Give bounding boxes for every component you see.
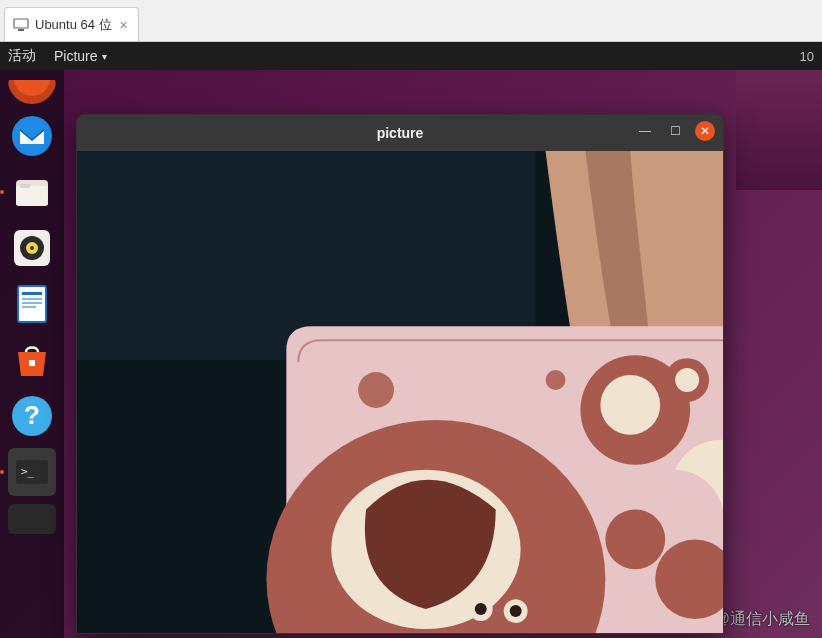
- dock-writer[interactable]: [8, 280, 56, 328]
- dock-rhythmbox[interactable]: [8, 224, 56, 272]
- dock-thunderbird[interactable]: [8, 112, 56, 160]
- shopping-bag-icon: [10, 338, 54, 382]
- svg-rect-12: [22, 298, 42, 300]
- ubuntu-desktop: 活动 Picture ▾ 10: [0, 42, 822, 638]
- folder-icon: [10, 170, 54, 214]
- dock: ? >_: [0, 70, 64, 638]
- chevron-down-icon: ▾: [102, 51, 107, 62]
- picture-window: picture — ☐ ✕: [76, 114, 724, 634]
- picture-content: [77, 151, 723, 633]
- svg-point-32: [358, 372, 394, 408]
- speaker-icon: [10, 226, 54, 270]
- app-menu-label: Picture: [54, 48, 98, 64]
- minimize-button[interactable]: —: [635, 121, 655, 141]
- dock-files[interactable]: [8, 168, 56, 216]
- running-dot: [0, 470, 4, 474]
- desktop-accent: [736, 70, 822, 190]
- svg-point-9: [30, 246, 34, 250]
- top-panel-right: 10: [800, 49, 814, 64]
- svg-point-29: [600, 375, 660, 435]
- thunderbird-icon: [10, 114, 54, 158]
- monitor-icon: [13, 17, 29, 33]
- close-button[interactable]: ✕: [695, 121, 715, 141]
- dock-software[interactable]: [8, 336, 56, 384]
- activities-button[interactable]: 活动: [8, 47, 36, 65]
- window-buttons: — ☐ ✕: [635, 121, 715, 141]
- dock-terminal[interactable]: >_: [8, 448, 56, 496]
- help-icon: ?: [10, 394, 54, 438]
- app-menu[interactable]: Picture ▾: [54, 48, 107, 64]
- dock-app[interactable]: [8, 504, 56, 534]
- vm-tab[interactable]: Ubuntu 64 位 ×: [4, 7, 139, 41]
- top-panel: 活动 Picture ▾ 10: [0, 42, 822, 70]
- svg-rect-14: [22, 306, 36, 308]
- svg-rect-4: [16, 186, 48, 206]
- svg-rect-1: [18, 29, 24, 31]
- firefox-icon: [8, 80, 56, 104]
- svg-rect-5: [20, 184, 30, 188]
- svg-text:>_: >_: [21, 465, 35, 478]
- svg-point-25: [475, 603, 487, 615]
- svg-rect-13: [22, 302, 42, 304]
- svg-rect-15: [29, 360, 35, 366]
- running-dot: [0, 190, 4, 194]
- svg-point-34: [605, 510, 665, 570]
- window-title: picture: [377, 125, 424, 141]
- maximize-button[interactable]: ☐: [665, 121, 685, 141]
- terminal-icon: >_: [16, 460, 48, 484]
- close-icon[interactable]: ×: [118, 17, 130, 33]
- svg-point-33: [546, 370, 566, 390]
- svg-text:?: ?: [24, 400, 40, 430]
- dock-firefox[interactable]: [8, 76, 56, 104]
- vm-tab-bar: Ubuntu 64 位 ×: [0, 0, 822, 42]
- document-icon: [10, 282, 54, 326]
- svg-point-31: [675, 368, 699, 392]
- svg-rect-11: [22, 292, 42, 295]
- vm-tab-label: Ubuntu 64 位: [35, 16, 112, 34]
- svg-rect-0: [14, 19, 28, 28]
- window-titlebar[interactable]: picture — ☐ ✕: [77, 115, 723, 151]
- camera-image: [77, 151, 723, 633]
- dock-help[interactable]: ?: [8, 392, 56, 440]
- svg-point-27: [510, 605, 522, 617]
- svg-point-2: [12, 116, 52, 156]
